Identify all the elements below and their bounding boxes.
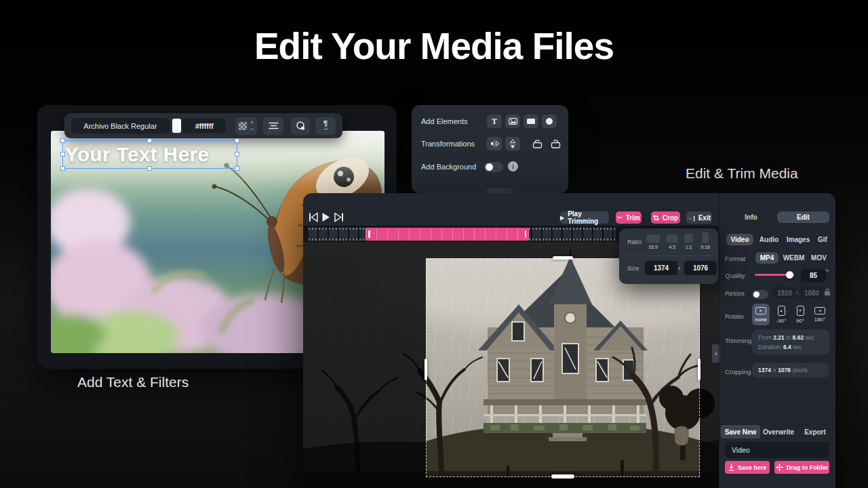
quality-slider[interactable] bbox=[755, 274, 794, 276]
selection-handle[interactable] bbox=[147, 166, 152, 171]
selection-handle[interactable] bbox=[235, 166, 239, 171]
save-here-button[interactable]: Save here bbox=[725, 461, 770, 474]
trim-button[interactable]: ✂ Trim bbox=[616, 211, 642, 224]
rotate-right-button[interactable] bbox=[548, 137, 563, 150]
tab-edit[interactable]: Edit bbox=[777, 211, 829, 223]
text-direction-button[interactable]: ¶ → bbox=[315, 117, 336, 135]
ratio-16-9-label: 16:9 bbox=[645, 245, 661, 249]
opacity-button[interactable]: + − bbox=[235, 117, 257, 135]
resize-height-input[interactable] bbox=[800, 287, 823, 299]
skip-end-button[interactable] bbox=[334, 212, 344, 222]
color-hex-field[interactable]: #ffffff bbox=[182, 119, 226, 133]
crop-button[interactable]: Crop bbox=[651, 211, 680, 224]
font-select[interactable]: Archivo Black Regular bbox=[71, 118, 170, 134]
selected-text-element[interactable]: Your Text Here bbox=[62, 140, 237, 169]
filename-input[interactable] bbox=[725, 442, 829, 458]
divider bbox=[719, 424, 836, 424]
ratio-4-3-label: 4:3 bbox=[665, 245, 679, 249]
selection-handle[interactable] bbox=[60, 166, 65, 171]
add-background-label: Add Background bbox=[421, 163, 476, 171]
edit-panel: Info Edit Video Audio Images Gif Format … bbox=[719, 193, 836, 488]
crop-width-input[interactable] bbox=[645, 261, 677, 275]
rotate-minus90-button[interactable]: ▴ -90° bbox=[772, 304, 790, 325]
crop-dim-bottom bbox=[426, 477, 700, 488]
align-center-button[interactable] bbox=[263, 117, 283, 135]
format-mov[interactable]: MOV bbox=[808, 252, 830, 264]
crop-handle-right[interactable] bbox=[698, 359, 701, 380]
trim-selection[interactable] bbox=[366, 228, 529, 241]
crop-box[interactable] bbox=[426, 258, 700, 477]
timeline-filmstrip[interactable] bbox=[309, 228, 616, 241]
selection-handle[interactable] bbox=[60, 138, 65, 143]
crop-handle-top[interactable] bbox=[553, 256, 573, 260]
skip-end-icon bbox=[334, 212, 344, 222]
quality-value-input[interactable] bbox=[801, 269, 826, 282]
selection-handle[interactable] bbox=[235, 138, 239, 143]
flip-vertical-button[interactable] bbox=[505, 137, 520, 150]
format-webm[interactable]: WEBM bbox=[781, 252, 806, 264]
opacity-stepper[interactable]: + − bbox=[250, 119, 254, 133]
add-background-toggle[interactable] bbox=[484, 162, 503, 172]
rotate-left-button[interactable] bbox=[530, 137, 545, 150]
crop-handle-bottom[interactable] bbox=[551, 474, 574, 479]
toggle-knob bbox=[753, 291, 760, 298]
resize-width-input[interactable] bbox=[773, 287, 796, 299]
rotate-label: Rotate bbox=[725, 312, 744, 320]
add-text-button[interactable]: T bbox=[487, 115, 502, 128]
ratio-label: Ratio bbox=[627, 239, 642, 245]
info-icon[interactable]: i bbox=[508, 161, 518, 171]
scissors-icon: ✂ bbox=[617, 214, 623, 221]
selection-handle[interactable] bbox=[147, 138, 152, 143]
drag-to-folder-button[interactable]: Drag to Folder bbox=[774, 461, 829, 474]
lock-icon bbox=[824, 288, 831, 296]
plus-icon[interactable]: + bbox=[250, 119, 254, 126]
save-tab-export[interactable]: Export bbox=[800, 425, 831, 439]
clipped-button-peek bbox=[486, 188, 513, 193]
crop-icon bbox=[653, 215, 659, 221]
play-trimming-button[interactable]: ▶ Play Trimming bbox=[560, 211, 609, 224]
crop-height-input[interactable] bbox=[684, 261, 717, 275]
media-tab-gif[interactable]: Gif bbox=[813, 234, 832, 245]
selection-handle[interactable] bbox=[60, 152, 65, 157]
caption-add-text-filters: Add Text & Filters bbox=[77, 374, 189, 390]
play-small-icon: ▶ bbox=[560, 215, 564, 221]
save-tab-save-new[interactable]: Save New bbox=[721, 425, 760, 439]
crop-handle-left[interactable] bbox=[425, 359, 427, 380]
media-tab-video[interactable]: Video bbox=[726, 234, 753, 245]
trim-start-handle[interactable] bbox=[368, 230, 370, 238]
sample-text[interactable]: Your Text Here bbox=[65, 143, 209, 166]
selection-handle[interactable] bbox=[235, 152, 239, 157]
quality-slider-knob[interactable] bbox=[786, 271, 793, 279]
minus-icon[interactable]: − bbox=[250, 126, 254, 133]
ratio-4-3-button[interactable] bbox=[667, 235, 677, 243]
format-mp4[interactable]: MP4 bbox=[755, 252, 778, 264]
add-rectangle-button[interactable] bbox=[524, 115, 538, 128]
elements-panel: Add Elements T Transformations bbox=[412, 105, 568, 193]
marketing-screenshot: Edit Your Media Files bbox=[0, 0, 868, 488]
rotate-180-button[interactable]: ◂ 180° bbox=[810, 304, 829, 325]
save-tab-overwrite[interactable]: Overwrite bbox=[762, 425, 795, 439]
trim-end-handle[interactable] bbox=[525, 230, 527, 238]
ratio-1-1-button[interactable] bbox=[684, 234, 693, 243]
crop-dim-left bbox=[303, 242, 426, 488]
color-circle-button[interactable] bbox=[291, 117, 310, 135]
skip-start-button[interactable] bbox=[309, 212, 318, 222]
ratio-16-9-button[interactable] bbox=[646, 235, 660, 243]
play-button[interactable] bbox=[321, 212, 330, 222]
add-image-button[interactable] bbox=[505, 115, 520, 128]
direction-arrow-icon: → bbox=[323, 126, 329, 131]
add-circle-button[interactable] bbox=[542, 115, 557, 128]
color-circle-icon bbox=[296, 121, 306, 131]
rotate-90-icon: ▾ bbox=[797, 306, 804, 316]
ratio-9-16-button[interactable] bbox=[702, 232, 709, 243]
skip-start-icon bbox=[309, 212, 318, 222]
tab-info[interactable]: Info bbox=[725, 211, 777, 223]
media-tab-audio[interactable]: Audio bbox=[756, 234, 782, 245]
media-tab-images[interactable]: Images bbox=[783, 234, 813, 245]
exit-button[interactable]: ←] Exit bbox=[686, 211, 712, 224]
resize-toggle[interactable] bbox=[752, 290, 768, 299]
flip-horizontal-button[interactable] bbox=[487, 137, 502, 150]
rotate-90-button[interactable]: ▾ 90° bbox=[791, 304, 809, 325]
color-swatch[interactable] bbox=[172, 119, 182, 133]
rotate-none-button[interactable]: ▸ none bbox=[752, 304, 770, 325]
